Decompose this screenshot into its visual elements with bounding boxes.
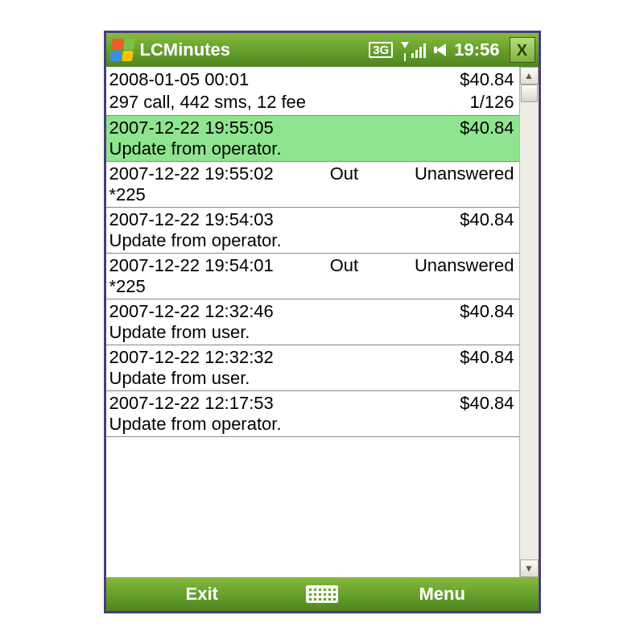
log-entry[interactable]: 2007-12-22 19:55:02OutUnanswered*225 [106,162,519,208]
keyboard-icon [306,585,338,603]
entry-timestamp: 2007-12-22 12:32:32 [109,347,274,368]
entry-timestamp: 2007-12-22 19:54:01 [109,255,274,276]
softkey-menu[interactable]: Menu [346,584,539,605]
log-entry[interactable]: 2007-12-22 19:55:05$40.84Update from ope… [106,116,519,162]
sip-keyboard-button[interactable] [298,582,346,606]
entry-amount: $40.84 [460,347,514,368]
softkey-bar: Exit Menu [106,577,539,611]
entry-amount: $40.84 [460,393,514,414]
log-entry[interactable]: 2007-12-22 19:54:03$40.84Update from ope… [106,208,519,254]
volume-icon[interactable] [434,43,446,56]
log-list[interactable]: 2008-01-05 00:01 $40.84 297 call, 442 sm… [106,67,519,577]
summary-page: 1/126 [469,91,514,114]
log-entry[interactable]: 2007-12-22 12:17:53$40.84Update from ope… [106,391,519,437]
start-icon[interactable] [109,39,135,61]
scroll-down-button[interactable]: ▼ [520,559,539,577]
entry-amount: $40.84 [460,118,514,138]
scroll-thumb[interactable] [521,85,538,102]
scrollbar[interactable]: ▲ ▼ [519,67,539,577]
summary-date: 2008-01-05 00:01 [109,68,250,91]
scroll-track[interactable] [520,85,539,559]
log-entry[interactable]: 2007-12-22 19:54:01OutUnanswered*225 [106,254,519,299]
status-icons: 3G 19:56 [369,39,499,60]
summary-balance: $40.84 [460,68,514,91]
close-button[interactable]: X [510,37,535,63]
entry-timestamp: 2007-12-22 19:55:02 [109,163,274,184]
entry-direction: Out [274,163,415,184]
entry-status: Unanswered [415,255,514,276]
entry-timestamp: 2007-12-22 19:54:03 [109,209,274,230]
softkey-exit[interactable]: Exit [106,584,299,605]
entry-note: Update from user. [109,368,514,389]
log-entry[interactable]: 2007-12-22 12:32:32$40.84Update from use… [106,345,519,391]
entry-timestamp: 2007-12-22 12:17:53 [109,393,274,414]
summary-block: 2008-01-05 00:01 $40.84 297 call, 442 sm… [106,67,519,116]
device-frame: LCMinutes 3G 19:56 X 2008-01-05 00:01 $4… [104,31,541,613]
entry-note: *225 [109,276,514,297]
entry-note: Update from operator. [109,138,514,159]
entry-note: Update from operator. [109,230,514,251]
summary-stats: 297 call, 442 sms, 12 fee [109,91,307,114]
entry-timestamp: 2007-12-22 12:32:46 [109,301,274,322]
entry-amount: $40.84 [460,301,514,322]
log-entry[interactable]: 2007-12-22 12:32:46$40.84Update from use… [106,299,519,345]
entry-note: Update from operator. [109,414,514,435]
entry-note: *225 [109,184,514,205]
entry-note: Update from user. [109,322,514,343]
entry-amount: $40.84 [460,209,514,230]
titlebar: LCMinutes 3G 19:56 X [106,33,539,67]
entry-status: Unanswered [415,163,514,184]
network-3g-icon: 3G [369,42,393,58]
signal-icon [401,42,426,58]
app-title: LCMinutes [140,39,230,60]
scroll-up-button[interactable]: ▲ [520,67,539,85]
clock: 19:56 [454,39,499,60]
entry-direction: Out [274,255,415,276]
entry-timestamp: 2007-12-22 19:55:05 [109,118,274,138]
